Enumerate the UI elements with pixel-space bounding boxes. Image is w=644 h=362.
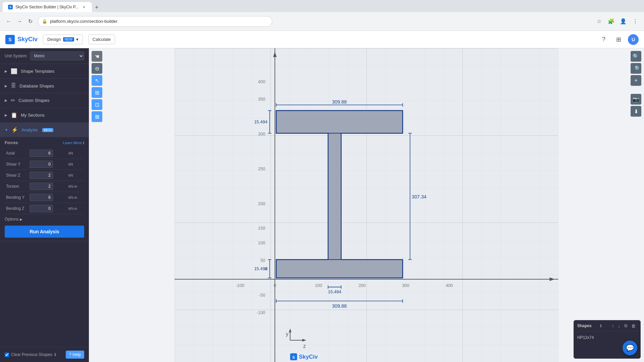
force-value-bending-z[interactable]	[28, 203, 67, 214]
sidebar-item-shape-templates[interactable]: ▶ ⬜ Shape Templates	[0, 64, 89, 78]
extension-button[interactable]: 🧩	[606, 17, 616, 26]
force-unit-shear-z: kN	[67, 170, 84, 181]
snap-tool-button[interactable]: ⊠	[92, 111, 102, 122]
learn-more-link[interactable]: Learn More ℹ	[63, 141, 84, 145]
svg-text:0: 0	[274, 283, 276, 288]
logo-icon: S	[5, 35, 15, 44]
help-label: Help	[72, 352, 81, 357]
force-input-torsion[interactable]	[30, 183, 53, 190]
sidebar-item-custom-shapes[interactable]: ▶ ✏ Custom Shapes	[0, 93, 89, 108]
force-unit-torsion: kN-m	[67, 181, 84, 192]
run-analysis-button[interactable]: Run Analysis	[5, 226, 84, 238]
sidebar-item-analysis[interactable]: ▼ ⚡ Analysis BETA	[0, 123, 89, 137]
force-unit-bending-y: kN-m	[67, 192, 84, 203]
unit-system-select[interactable]: Metric Imperial	[30, 52, 84, 60]
address-bar[interactable]: 🔒 platform.skyciv.com/section-builder	[38, 16, 272, 27]
forward-button[interactable]: →	[15, 17, 24, 26]
profile-button[interactable]: 👤	[619, 17, 628, 26]
force-input-axial[interactable]	[30, 149, 53, 157]
svg-text:15.494: 15.494	[328, 289, 341, 294]
custom-shapes-arrow-icon: ▶	[5, 99, 7, 102]
force-name-bending-z: Bending Z	[5, 203, 28, 214]
browser-tab[interactable]: S SkyCiv Section Builder | SkyCiv P... ✕	[3, 2, 92, 12]
chat-bubble-button[interactable]: 💬	[623, 341, 637, 355]
svg-text:400: 400	[258, 79, 265, 84]
user-avatar[interactable]: U	[628, 34, 639, 45]
zoom-out-button[interactable]: 🔎	[631, 63, 641, 74]
bookmark-button[interactable]: ☆	[594, 17, 604, 26]
url-text: platform.skyciv.com/section-builder	[50, 19, 117, 24]
svg-text:150: 150	[258, 226, 265, 231]
shape-entry-hp12x74[interactable]: HP12x74	[577, 334, 637, 341]
main-content: Unit System: Metric Imperial ▶ ⬜ Shape T…	[0, 48, 644, 362]
svg-text:309.88: 309.88	[332, 303, 347, 309]
pan-tool-button[interactable]: ☚	[92, 51, 102, 62]
shapes-panel-title: Shapes	[577, 323, 592, 328]
shapes-copy-button[interactable]: ⧉	[623, 322, 629, 329]
force-value-torsion[interactable]	[28, 181, 67, 192]
clear-previous-shapes-label[interactable]: Clear Previous Shapes ℹ	[5, 352, 56, 357]
force-value-bending-y[interactable]	[28, 192, 67, 203]
new-tab-button[interactable]: +	[92, 3, 101, 12]
clear-previous-shapes-checkbox[interactable]	[5, 353, 9, 357]
force-input-shear-y[interactable]	[30, 161, 53, 168]
database-shapes-icon: 🗄	[11, 83, 16, 89]
svg-text:50: 50	[260, 258, 265, 263]
help-button[interactable]: ? Help	[66, 351, 84, 359]
svg-text:350: 350	[258, 97, 265, 102]
clear-previous-shapes-text: Clear Previous Shapes	[11, 352, 52, 357]
force-value-shear-z[interactable]	[28, 170, 67, 181]
calculate-button[interactable]: Calculate	[88, 35, 115, 44]
shapes-info-icon: ℹ	[600, 323, 602, 328]
sidebar-section-shape-templates: ▶ ⬜ Shape Templates	[0, 64, 89, 79]
force-value-axial[interactable]	[28, 148, 67, 159]
options-arrow-icon: ▶	[20, 218, 22, 221]
calculate-label: Calculate	[93, 37, 111, 42]
svg-text:15.494: 15.494	[254, 119, 268, 124]
browser-address-bar-row: ← → ↻ 🔒 platform.skyciv.com/section-buil…	[0, 12, 644, 31]
force-value-shear-y[interactable]	[28, 159, 67, 170]
sidebar-section-database-shapes: ▶ 🗄 Database Shapes	[0, 79, 89, 93]
download-button[interactable]: ⬇	[631, 106, 641, 117]
shapes-move-down-button[interactable]: ↓	[617, 322, 622, 329]
my-sections-icon: 📋	[11, 112, 17, 118]
sidebar-item-my-sections[interactable]: ▶ 📋 My Sections	[0, 108, 89, 122]
force-input-shear-z[interactable]	[30, 172, 53, 179]
force-unit-bending-z: kN-m	[67, 203, 84, 214]
shapes-move-up-button[interactable]: ↑	[610, 322, 615, 329]
svg-text:15.494: 15.494	[254, 266, 268, 271]
options-row[interactable]: Options ▶	[5, 214, 84, 224]
reload-button[interactable]: ↻	[25, 17, 35, 26]
menu-button[interactable]: ⋮	[631, 17, 640, 26]
sidebar-bottom-row: Clear Previous Shapes ℹ ? Help	[0, 347, 89, 362]
shapes-delete-button[interactable]: 🗑	[630, 322, 637, 329]
svg-text:-50: -50	[259, 293, 265, 298]
zoom-in-button[interactable]: 🔍	[631, 51, 641, 62]
back-button[interactable]: ←	[4, 17, 13, 26]
screenshot-button[interactable]: 📷	[631, 94, 641, 105]
svg-text:y: y	[286, 331, 288, 337]
fit-view-button[interactable]: +	[631, 75, 641, 86]
svg-text:300: 300	[402, 283, 410, 288]
draw-tool-button[interactable]: ⊡	[92, 99, 102, 110]
svg-text:400: 400	[446, 283, 453, 288]
force-row-bending-y: Bending Y kN-m	[5, 192, 84, 203]
zoom-tool-button[interactable]: ⊖	[92, 63, 102, 74]
help-icon-button[interactable]: ?	[598, 34, 609, 45]
measure-tool-button[interactable]: ⊞	[92, 87, 102, 98]
design-badge: NEW	[63, 37, 74, 42]
svg-text:SkyCiv: SkyCiv	[299, 354, 318, 360]
sidebar-section-custom-shapes: ▶ ✏ Custom Shapes	[0, 93, 89, 108]
force-input-bending-z[interactable]	[30, 205, 53, 212]
svg-text:100: 100	[315, 283, 322, 288]
tab-close-button[interactable]: ✕	[81, 4, 87, 10]
svg-text:200: 200	[359, 283, 366, 288]
select-tool-button[interactable]: ↖	[92, 75, 102, 86]
force-input-bending-y[interactable]	[30, 194, 53, 201]
svg-text:200: 200	[258, 201, 265, 206]
clear-info-icon: ℹ	[54, 352, 56, 357]
design-button[interactable]: Design NEW ▾	[43, 35, 83, 44]
apps-icon-button[interactable]: ⊞	[613, 34, 624, 45]
shape-templates-label: Shape Templates	[21, 69, 54, 74]
sidebar-item-database-shapes[interactable]: ▶ 🗄 Database Shapes	[0, 79, 89, 93]
